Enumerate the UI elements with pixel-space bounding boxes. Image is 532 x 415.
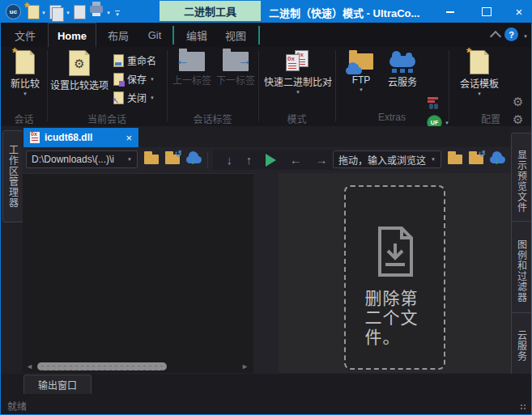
printer-icon [90,6,103,13]
ftp-caret-icon: ▼ [359,87,364,92]
ribbon-tab-row: 文件 Home 布局 Git 编辑 视图 ? ▼ [1,23,531,47]
customize-qat-icon[interactable]: ▼ [115,11,120,17]
close-icon: × [516,5,523,19]
gear-icon: ⚙ [513,95,523,108]
minimize-button[interactable] [436,1,464,23]
cloud-open-right-button[interactable]: ↓ [488,152,506,167]
browse-file-left-button[interactable] [143,152,160,167]
recent-files-right-button[interactable]: ↺ [467,152,485,167]
left-path-combo[interactable]: D:\Downloads\(...)\i ▼ [26,150,138,168]
workspace-manager-tab[interactable]: 工作区管理器 [2,130,23,222]
gear-icon: ⚙ [74,57,84,70]
settings-button-1[interactable]: ⚙ [513,95,523,108]
next-diff-icon[interactable]: ↓ [226,154,232,166]
cloud-network-icon [388,50,417,73]
collapse-ribbon-icon[interactable] [492,32,500,40]
right-file-pane[interactable]: 删除第二个文件。 [279,173,511,373]
maximize-button[interactable] [473,1,500,23]
minimize-icon [446,11,454,13]
prev-diff-icon[interactable]: ↑ [246,154,253,166]
scroll-left-icon[interactable]: ◄ [26,362,33,371]
navigation-group: ↓ ↑ ← → [213,150,341,170]
cloud-services-tab[interactable]: 云服务 [511,312,532,379]
cloud-open-left-button[interactable]: ↓ [185,152,202,167]
help-caret-icon[interactable]: ▼ [523,34,528,39]
sparkle-icon: * [24,1,29,15]
scrollbar-thumb[interactable] [37,362,167,371]
combo-caret-icon: ▼ [127,157,132,162]
status-text: 就绪 [7,399,27,413]
find-icon [428,97,440,109]
prev-tab-button[interactable]: ← 上一标签 [171,52,213,87]
quick-binary-compare-button[interactable]: 0x 0x 快速二进制比对 ▼ [263,50,333,95]
tab-file[interactable]: 文件 [6,23,44,47]
print-button[interactable] [90,1,103,13]
cloud-services-button[interactable]: 云服务 [381,50,423,88]
set-compare-options-button[interactable]: ⚙ 设置比较选项 [49,50,109,91]
undo-arrow-icon: ↺ [175,149,182,159]
session-tab-active[interactable]: 0x icudt68.dll × [23,128,138,147]
merge-left-icon[interactable]: ← [290,154,302,166]
tab-edit[interactable]: 编辑 [179,23,215,47]
find-in-files-button[interactable] [428,97,440,109]
new-session-button[interactable]: * [28,5,40,19]
rename-button[interactable]: 重命名 [113,53,156,67]
new-compare-button[interactable]: * 新比较 ▼ [6,50,45,96]
group-label-config: 配置 [449,112,532,125]
arrow-right-icon: → [238,53,252,69]
session-tab-close-icon[interactable]: × [126,132,132,144]
compare-area: 0x icudt68.dll × D:\Downloads\(...)\i ▼ … [23,126,511,374]
ultracompare-window: uc * ▼ ▼ ▼ ▼ 二进制工具 二进制（快速）模式 - UltraCo..… [0,0,532,415]
print-caret-icon[interactable]: ▼ [106,11,111,15]
merge-right-icon[interactable]: → [316,154,328,166]
print-preview-button[interactable] [74,5,86,19]
save-session-button[interactable] [49,5,62,19]
close-button[interactable]: × [505,1,532,23]
session-tab-bar: 0x icudt68.dll × [23,126,511,147]
drop-zone-text: 删除第二个文件。 [365,289,425,347]
resize-grip[interactable] [520,404,527,411]
tab-layout[interactable]: 布局 [100,23,137,47]
contextual-tab-binary-tools[interactable]: 二进制工具 [160,1,261,21]
left-pane-hscrollbar[interactable]: ◄ ► [23,361,253,373]
right-panel-strip: 显示预览文件 图例和过滤器 云服务 [509,126,531,374]
group-label-session: 会话 [1,112,47,125]
scroll-right-icon[interactable]: ► [241,362,249,371]
binary-doc-icon: 0x 0x [286,50,310,73]
new-session-caret-icon[interactable]: ▼ [41,11,46,15]
group-divider [47,50,48,121]
show-preview-file-tab[interactable]: 显示预览文件 [511,133,532,229]
undo-arrow-icon: ↺ [479,149,486,159]
ftp-button[interactable]: FTP ▼ [343,50,380,92]
save-session-caret-icon[interactable]: ▼ [66,11,70,15]
file-drop-zone[interactable]: 删除第二个文件。 [344,185,445,370]
tab-view[interactable]: 视图 [218,23,253,47]
status-bar: 就绪 [1,395,531,415]
tab-home[interactable]: Home [48,23,96,48]
close-session-button[interactable]: ↖ 关闭 ▼ [113,91,155,104]
session-template-button[interactable]: * 会话模板 ▼ [454,50,504,96]
tab-git[interactable]: Git [140,23,169,47]
help-icon: ? [504,28,518,41]
legend-filters-tab[interactable]: 图例和过滤器 [511,221,532,320]
download-arrow-icon: ↓ [190,155,195,167]
start-compare-icon[interactable] [266,154,276,167]
help-button[interactable]: ? [504,28,518,41]
save-button[interactable]: 保存 ▼ [113,72,155,86]
next-tab-button[interactable]: → 下一标签 [215,52,257,87]
browse-file-right-button[interactable] [446,152,464,167]
output-window-tab[interactable]: 输出窗口 [23,375,92,394]
output-row: 输出窗口 [1,374,531,395]
close-caret-icon: ▼ [150,95,155,100]
toolbar-divider [207,152,208,168]
compare-toolbar: D:\Downloads\(...)\i ▼ ↺ ↓ ↓ ↑ [23,147,511,173]
body-area: 工作区管理器 显示预览文件 图例和过滤器 云服务 0x icudt68.dll … [1,126,531,374]
left-file-pane[interactable] [23,173,253,362]
group-divider [167,50,168,121]
save-caret-icon: ▼ [150,77,155,82]
right-path-combo[interactable]: 拖动，输入或浏览这 ▼ [333,150,441,168]
contextual-group-divider [172,26,174,44]
download-arrow-icon: ↓ [494,155,499,167]
contextual-group-divider-end [258,26,260,44]
recent-files-left-button[interactable]: ↺ [164,152,181,167]
